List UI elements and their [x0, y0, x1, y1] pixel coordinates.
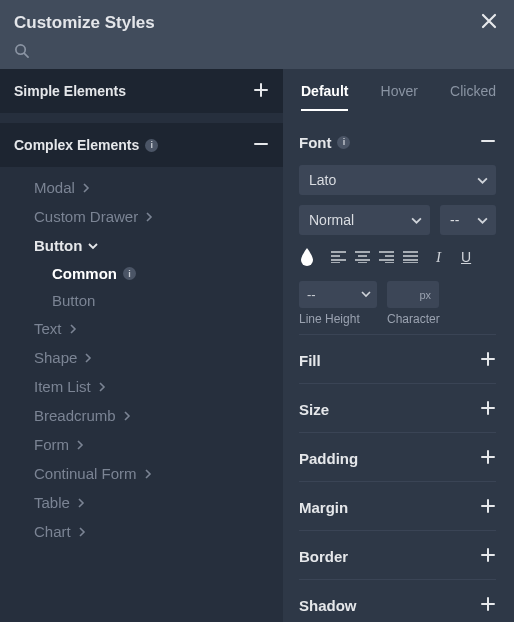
chevron-right-icon [76, 498, 86, 508]
chevron-down-icon [88, 241, 98, 251]
select-value: -- [307, 287, 316, 302]
expand-icon [480, 447, 496, 469]
elements-tree: Modal Custom Drawer Button Common i Butt… [0, 167, 283, 556]
chevron-down-icon [477, 175, 488, 186]
tree-item-chart[interactable]: Chart [0, 517, 283, 546]
unit-label: px [419, 289, 431, 301]
chevron-right-icon [83, 353, 93, 363]
droplet-icon [299, 247, 315, 267]
group-label: Complex Elements [14, 137, 139, 153]
section-size[interactable]: Size [299, 383, 496, 432]
chevron-right-icon [144, 212, 154, 222]
chevron-right-icon [143, 469, 153, 479]
plus-icon [480, 351, 496, 367]
expand-icon [480, 398, 496, 420]
section-title: Shadow [299, 597, 357, 614]
italic-button[interactable]: I [434, 249, 443, 266]
tree-item-shape[interactable]: Shape [0, 343, 283, 372]
align-right-icon [379, 251, 394, 263]
collapse-icon [480, 131, 496, 153]
close-icon [480, 12, 498, 30]
align-justify-button[interactable] [403, 251, 418, 263]
tree-item-label: Modal [34, 179, 75, 196]
state-tabs: Default Hover Clicked [283, 69, 514, 111]
group-simple-elements[interactable]: Simple Elements [0, 69, 283, 113]
tree-leaf-label: Common [52, 265, 117, 282]
tree-item-form[interactable]: Form [0, 430, 283, 459]
info-icon[interactable]: i [337, 136, 350, 149]
elements-sidebar: Simple Elements Complex Elements i Modal [0, 69, 283, 622]
tree-item-label: Item List [34, 378, 91, 395]
align-center-button[interactable] [355, 251, 370, 263]
tree-leaf-common[interactable]: Common i [0, 260, 283, 287]
section-shadow[interactable]: Shadow [299, 579, 496, 622]
section-border[interactable]: Border [299, 530, 496, 579]
align-right-button[interactable] [379, 251, 394, 263]
plus-icon [480, 400, 496, 416]
minus-icon [480, 133, 496, 149]
section-fill[interactable]: Fill [299, 334, 496, 383]
tree-item-custom-drawer[interactable]: Custom Drawer [0, 202, 283, 231]
tab-hover[interactable]: Hover [381, 83, 418, 111]
group-label: Simple Elements [14, 83, 126, 99]
search-button[interactable] [14, 45, 29, 61]
panel-title: Customize Styles [14, 13, 155, 33]
tree-item-modal[interactable]: Modal [0, 173, 283, 202]
tree-item-text[interactable]: Text [0, 314, 283, 343]
tree-item-breadcrumb[interactable]: Breadcrumb [0, 401, 283, 430]
line-height-label: Line Height [299, 312, 377, 326]
tree-item-button[interactable]: Button [0, 231, 283, 260]
align-left-button[interactable] [331, 251, 346, 263]
tree-item-label: Continual Form [34, 465, 137, 482]
info-icon[interactable]: i [123, 267, 136, 280]
info-icon[interactable]: i [145, 139, 158, 152]
section-title: Size [299, 401, 329, 418]
character-label: Character [387, 312, 440, 326]
plus-icon [480, 449, 496, 465]
tree-item-item-list[interactable]: Item List [0, 372, 283, 401]
expand-icon [480, 594, 496, 616]
chevron-down-icon [361, 287, 371, 302]
tree-item-label: Text [34, 320, 62, 337]
section-title: Margin [299, 499, 348, 516]
section-title: Font [299, 134, 331, 151]
align-justify-icon [403, 251, 418, 263]
tab-clicked[interactable]: Clicked [450, 83, 496, 111]
tree-item-label: Shape [34, 349, 77, 366]
font-color-button[interactable] [299, 247, 315, 267]
minus-icon [253, 136, 269, 152]
underline-button[interactable]: U [459, 249, 473, 265]
tree-item-table[interactable]: Table [0, 488, 283, 517]
tree-item-label: Custom Drawer [34, 208, 138, 225]
style-editor: Default Hover Clicked Font i Lato [283, 69, 514, 622]
group-complex-elements[interactable]: Complex Elements i [0, 123, 283, 167]
section-padding[interactable]: Padding [299, 432, 496, 481]
section-margin[interactable]: Margin [299, 481, 496, 530]
chevron-right-icon [77, 527, 87, 537]
tab-default[interactable]: Default [301, 83, 348, 111]
tree-item-label: Form [34, 436, 69, 453]
chevron-right-icon [97, 382, 107, 392]
section-title: Border [299, 548, 348, 565]
select-value: -- [450, 212, 459, 228]
chevron-right-icon [75, 440, 85, 450]
line-height-select[interactable]: -- [299, 281, 377, 308]
expand-icon [253, 81, 269, 101]
chevron-down-icon [411, 215, 422, 226]
character-spacing-input[interactable]: px [387, 281, 439, 308]
section-font-header[interactable]: Font i [299, 111, 496, 165]
chevron-down-icon [477, 215, 488, 226]
close-button[interactable] [478, 10, 500, 35]
font-size-select[interactable]: -- [440, 205, 496, 235]
chevron-right-icon [122, 411, 132, 421]
tree-item-continual-form[interactable]: Continual Form [0, 459, 283, 488]
svg-line-1 [24, 53, 28, 57]
plus-icon [480, 498, 496, 514]
tree-item-label: Button [34, 237, 82, 254]
font-weight-select[interactable]: Normal [299, 205, 430, 235]
font-family-select[interactable]: Lato [299, 165, 496, 195]
tree-leaf-button[interactable]: Button [0, 287, 283, 314]
align-left-icon [331, 251, 346, 263]
tree-item-label: Table [34, 494, 70, 511]
tree-item-label: Chart [34, 523, 71, 540]
